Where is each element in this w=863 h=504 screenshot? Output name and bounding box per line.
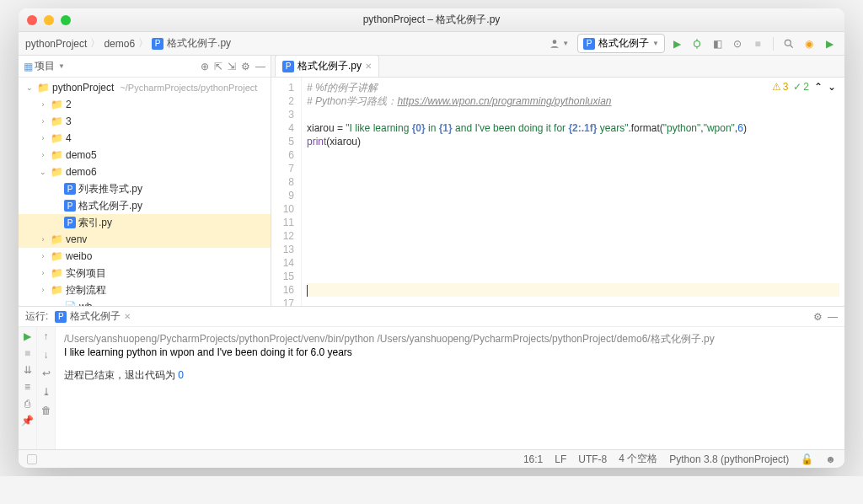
dump-icon[interactable]: ⇊ bbox=[24, 364, 32, 376]
tree-node[interactable]: ⌄📁demo6 bbox=[19, 164, 271, 180]
editor-tab[interactable]: P 格式化例子.py ✕ bbox=[275, 55, 379, 77]
tree-node[interactable]: ›📁demo5 bbox=[19, 147, 271, 164]
project-sidebar: ▦项目▼ ⊕ ⇱ ⇲ ⚙ — ⌄📁pythonProject~/PycharmP… bbox=[19, 56, 271, 306]
search-icon[interactable] bbox=[780, 35, 797, 52]
breadcrumb[interactable]: pythonProject 〉 demo6 〉 P 格式化例子.py bbox=[25, 36, 231, 51]
tree-node[interactable]: ›📁2 bbox=[19, 96, 271, 113]
run-button[interactable]: ▶ bbox=[668, 35, 685, 52]
hide-icon[interactable]: — bbox=[828, 311, 838, 323]
python-file-icon: P bbox=[152, 38, 163, 50]
tree-node[interactable]: 📄wb bbox=[19, 298, 271, 306]
python-file-icon: P bbox=[583, 38, 595, 50]
stop-run-icon[interactable]: ■ bbox=[24, 347, 30, 359]
tab-label: 格式化例子.py bbox=[297, 59, 362, 73]
expand-down-icon[interactable]: ⌄ bbox=[828, 81, 836, 93]
python-file-icon: P bbox=[55, 311, 67, 323]
sidebar-header: ▦项目▼ ⊕ ⇱ ⇲ ⚙ — bbox=[19, 56, 271, 78]
window-title: pythonProject – 格式化例子.py bbox=[363, 13, 501, 27]
titlebar: pythonProject – 格式化例子.py bbox=[19, 8, 844, 32]
line-separator[interactable]: LF bbox=[555, 453, 566, 465]
tree-node[interactable]: P列表推导式.py bbox=[19, 180, 271, 197]
svg-point-1 bbox=[694, 40, 700, 46]
svg-line-5 bbox=[791, 45, 793, 47]
run-header: 运行: P 格式化例子 ✕ ⚙ — bbox=[19, 307, 844, 327]
ide-window: pythonProject – 格式化例子.py pythonProject 〉… bbox=[19, 8, 844, 468]
tree-node[interactable]: P格式化例子.py bbox=[19, 197, 271, 214]
profile-button[interactable]: ⊙ bbox=[729, 35, 746, 52]
coverage-button[interactable]: ◧ bbox=[709, 35, 726, 52]
select-opened-icon[interactable]: ⊕ bbox=[201, 61, 209, 72]
run-actions: ▶ ■ ⇊ ≡ ⎙ 📌 bbox=[19, 327, 37, 449]
user-icon bbox=[549, 38, 560, 50]
svg-point-0 bbox=[553, 40, 557, 44]
sync-icon[interactable]: ◉ bbox=[801, 35, 817, 52]
status-bar: 16:1 LF UTF-8 4 个空格 Python 3.8 (pythonPr… bbox=[19, 449, 844, 468]
exit-line: 进程已结束，退出代码为 0 bbox=[64, 368, 836, 383]
project-tool-icon[interactable]: ▦项目▼ bbox=[24, 59, 65, 73]
svg-point-4 bbox=[785, 40, 791, 46]
file-encoding[interactable]: UTF-8 bbox=[578, 453, 607, 465]
code-area[interactable]: # %f的例子讲解# Python学习路线：https://www.wpon.c… bbox=[302, 78, 844, 306]
hide-icon[interactable]: — bbox=[255, 61, 265, 72]
warning-badge[interactable]: ⚠3 bbox=[772, 81, 789, 93]
rerun-icon[interactable]: ▶ bbox=[24, 330, 31, 342]
console-actions: ↑ ↓ ↩ ⤓ 🗑 bbox=[37, 327, 56, 449]
gear-icon[interactable]: ⚙ bbox=[813, 311, 823, 323]
editor-tabs: P 格式化例子.py ✕ bbox=[271, 56, 844, 78]
python-interpreter[interactable]: Python 3.8 (pythonProject) bbox=[669, 453, 789, 465]
run-title: 运行: bbox=[25, 309, 48, 324]
tree-node[interactable]: ›📁实例项目 bbox=[19, 265, 271, 281]
command-line: /Users/yanshuopeng/PycharmProjects/pytho… bbox=[64, 332, 836, 346]
tree-node[interactable]: ›📁venv bbox=[19, 231, 271, 248]
crumb-folder[interactable]: demo6 bbox=[104, 38, 135, 50]
run-tool-window: 运行: P 格式化例子 ✕ ⚙ — ▶ ■ ⇊ ≡ ⎙ 📌 ↑ ↓ bbox=[19, 306, 844, 449]
more-icon[interactable]: ▶ bbox=[821, 35, 838, 52]
stop-button[interactable]: ■ bbox=[749, 35, 766, 52]
zoom-window[interactable] bbox=[61, 15, 71, 25]
run-tab[interactable]: P 格式化例子 ✕ bbox=[55, 309, 131, 324]
tree-node[interactable]: ›📁3 bbox=[19, 113, 271, 130]
weak-warning-badge[interactable]: ✓2 bbox=[793, 81, 809, 93]
chevron-icon: 〉 bbox=[138, 36, 148, 51]
wrap-icon[interactable]: ↩ bbox=[42, 367, 51, 379]
scroll-icon[interactable]: ⤓ bbox=[42, 386, 51, 398]
gear-icon[interactable]: ⚙ bbox=[241, 61, 250, 72]
inspection-badges[interactable]: ⚠3 ✓2 ⌃ ⌄ bbox=[772, 81, 836, 93]
pin-icon[interactable]: 📌 bbox=[21, 415, 34, 426]
indent-setting[interactable]: 4 个空格 bbox=[619, 452, 657, 466]
up-trace-icon[interactable]: ↑ bbox=[44, 330, 49, 342]
tree-node[interactable]: ›📁4 bbox=[19, 130, 271, 147]
code-editor[interactable]: 12345678910111213141516171819 # %f的例子讲解#… bbox=[271, 78, 844, 306]
run-config-selector[interactable]: P 格式化例子 ▼ bbox=[577, 34, 665, 53]
console-output[interactable]: /Users/yanshuopeng/PycharmProjects/pytho… bbox=[56, 327, 844, 449]
print-icon[interactable]: ⎙ bbox=[24, 398, 30, 410]
project-tree[interactable]: ⌄📁pythonProject~/PycharmProjects/pythonP… bbox=[19, 78, 271, 306]
main-toolbar: pythonProject 〉 demo6 〉 P 格式化例子.py ▼ P 格… bbox=[19, 32, 844, 56]
user-dropdown[interactable]: ▼ bbox=[544, 38, 574, 50]
tree-node[interactable]: ›📁控制流程 bbox=[19, 281, 271, 298]
layout-icon[interactable]: ≡ bbox=[24, 381, 30, 393]
clear-icon[interactable]: 🗑 bbox=[41, 405, 51, 416]
collapse-all-icon[interactable]: ⇲ bbox=[228, 61, 236, 72]
close-tab-icon[interactable]: ✕ bbox=[365, 62, 372, 71]
readonly-icon[interactable]: 🔓 bbox=[801, 453, 813, 465]
tree-node[interactable]: ›📁weibo bbox=[19, 248, 271, 265]
tree-node[interactable]: P索引.py bbox=[19, 214, 271, 231]
inspections-icon[interactable]: ☻ bbox=[825, 453, 836, 465]
debug-button[interactable] bbox=[689, 35, 705, 52]
expand-all-icon[interactable]: ⇱ bbox=[214, 61, 222, 72]
expand-up-icon[interactable]: ⌃ bbox=[814, 81, 823, 93]
editor-pane: P 格式化例子.py ✕ 123456789101112131415161718… bbox=[271, 56, 844, 306]
cursor-position[interactable]: 16:1 bbox=[523, 453, 543, 465]
line-gutter: 12345678910111213141516171819 bbox=[271, 78, 302, 306]
python-file-icon: P bbox=[282, 61, 294, 72]
tool-window-toggle[interactable] bbox=[27, 454, 37, 464]
tree-node[interactable]: ⌄📁pythonProject~/PycharmProjects/pythonP… bbox=[19, 79, 271, 96]
down-trace-icon[interactable]: ↓ bbox=[44, 349, 49, 361]
crumb-root[interactable]: pythonProject bbox=[25, 38, 87, 50]
minimize-window[interactable] bbox=[44, 15, 54, 25]
stdout-line: I like learning python in wpon and I've … bbox=[64, 346, 836, 358]
close-window[interactable] bbox=[27, 15, 37, 25]
crumb-file[interactable]: 格式化例子.py bbox=[167, 36, 231, 51]
run-config-label: 格式化例子 bbox=[598, 36, 649, 51]
